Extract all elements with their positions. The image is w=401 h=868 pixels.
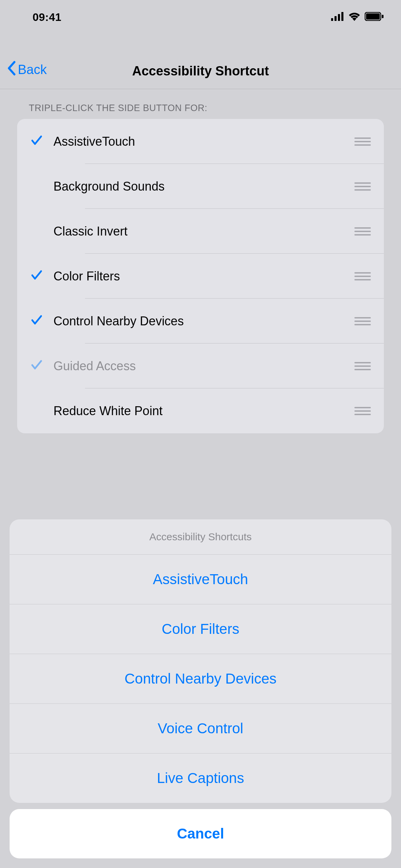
action-sheet-option[interactable]: Voice Control	[10, 703, 391, 753]
action-sheet: Accessibility Shortcuts AssistiveTouchCo…	[10, 519, 391, 803]
nav-bar: Back Accessibility Shortcut	[0, 34, 401, 89]
row-label: Guided Access	[49, 359, 354, 373]
row-label: Control Nearby Devices	[49, 314, 354, 328]
checkmark-icon	[30, 313, 43, 330]
row-label: Color Filters	[49, 269, 354, 284]
action-sheet-option[interactable]: AssistiveTouch	[10, 554, 391, 604]
status-bar: 09:41	[0, 0, 401, 34]
list-row[interactable]: Color Filters	[17, 254, 384, 299]
action-sheet-option[interactable]: Control Nearby Devices	[10, 654, 391, 703]
check-column	[24, 313, 49, 330]
cancel-button[interactable]: Cancel	[10, 809, 391, 858]
row-label: Background Sounds	[49, 179, 354, 194]
reorder-grip-icon[interactable]	[354, 182, 374, 191]
action-sheet-option[interactable]: Color Filters	[10, 604, 391, 654]
check-column	[24, 133, 49, 150]
list-row[interactable]: Classic Invert	[17, 209, 384, 254]
row-label: Classic Invert	[49, 224, 354, 239]
list-row[interactable]: Guided Access	[17, 343, 384, 388]
action-sheet-title: Accessibility Shortcuts	[10, 519, 391, 554]
section-header: TRIPLE-CLICK THE SIDE BUTTON FOR:	[17, 103, 384, 119]
svg-rect-0	[331, 18, 333, 21]
svg-rect-3	[341, 12, 343, 21]
checkmark-icon	[30, 133, 43, 150]
chevron-left-icon	[7, 61, 16, 79]
back-label: Back	[18, 62, 47, 77]
list-row[interactable]: Control Nearby Devices	[17, 299, 384, 343]
reorder-grip-icon[interactable]	[354, 362, 374, 370]
reorder-grip-icon[interactable]	[354, 137, 374, 146]
svg-rect-1	[335, 16, 337, 21]
action-sheet-container: Accessibility Shortcuts AssistiveTouchCo…	[0, 519, 401, 868]
status-time: 09:41	[33, 11, 61, 24]
shortcut-list: AssistiveTouchBackground SoundsClassic I…	[17, 119, 384, 433]
back-button[interactable]: Back	[0, 61, 47, 79]
wifi-icon	[348, 12, 361, 22]
list-row[interactable]: AssistiveTouch	[17, 119, 384, 164]
reorder-grip-icon[interactable]	[354, 407, 374, 415]
checkmark-icon	[30, 358, 43, 375]
row-label: AssistiveTouch	[49, 134, 354, 149]
svg-rect-5	[366, 13, 380, 20]
row-label: Reduce White Point	[49, 404, 354, 418]
reorder-grip-icon[interactable]	[354, 317, 374, 325]
list-row[interactable]: Background Sounds	[17, 164, 384, 209]
status-indicators	[331, 12, 384, 22]
action-sheet-option[interactable]: Live Captions	[10, 753, 391, 803]
page-title: Accessibility Shortcut	[0, 64, 401, 79]
cellular-icon	[331, 12, 344, 22]
checkmark-icon	[30, 268, 43, 285]
check-column	[24, 358, 49, 375]
svg-rect-2	[338, 14, 340, 21]
reorder-grip-icon[interactable]	[354, 227, 374, 236]
reorder-grip-icon[interactable]	[354, 272, 374, 280]
battery-icon	[365, 12, 384, 22]
list-row[interactable]: Reduce White Point	[17, 388, 384, 433]
svg-rect-6	[382, 15, 384, 18]
content: TRIPLE-CLICK THE SIDE BUTTON FOR: Assist…	[0, 89, 401, 433]
check-column	[24, 268, 49, 285]
